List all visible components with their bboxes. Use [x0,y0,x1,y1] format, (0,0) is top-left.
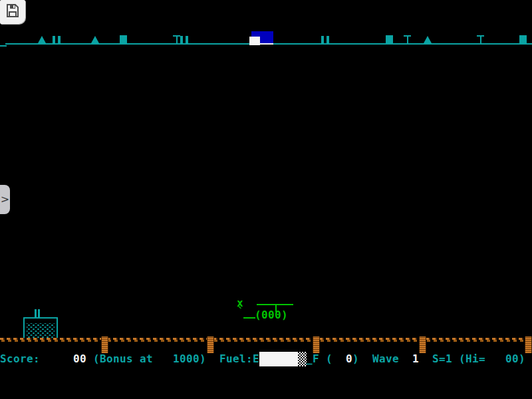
status-segment: Fuel:E [219,353,259,365]
terrain-block [120,35,127,44]
status-segment: Wave [372,353,399,365]
terrain-t-tower [173,35,180,44]
base-runway-strip [260,43,273,45]
ground-post [207,336,214,353]
status-segment: 1 [412,353,419,365]
status-segment: 00) [505,353,525,365]
status-segment: Score: [0,353,40,365]
terrain-twin-pillar [321,36,329,43]
status-segment: (Bonus at [93,353,153,365]
helicopter-body: (000) [255,310,288,321]
terrain-t-tower [477,35,484,44]
ground-post [313,336,320,353]
ground-post [101,336,108,353]
ground-post [525,336,532,353]
terrain-triangle [91,36,99,43]
status-segment: _F [306,353,319,365]
terrain-twin-pillar [53,36,61,43]
floppy-disk-icon [5,3,21,21]
status-segment: 1000) [173,353,206,365]
terrain-block [386,35,393,44]
sky-terrain-step [0,45,7,47]
terrain-triangle [424,36,432,43]
status-segment: ) [352,353,359,365]
side-panel-toggle[interactable]: > [0,185,10,214]
ground-post [419,336,426,353]
status-segment: 00 [73,353,86,365]
chevron-right-icon: > [1,194,9,205]
helicopter-tail-boom [243,317,255,319]
game-screen[interactable]: x ` (000) Score:00(Bonus at1000)Fuel:E_F… [0,0,532,399]
fuel-gauge-bar [259,352,298,366]
status-segment: ( [326,353,332,365]
terrain-triangle [38,36,46,43]
status-segment: 0 [346,353,352,365]
status-segment: (Hi= [459,353,485,365]
depot-fill-pattern [27,323,55,339]
helicopter-tail-hook: ` [237,307,244,317]
status-segment: S=1 [432,353,452,365]
terrain-twin-pillar [180,36,188,43]
save-state-button[interactable] [0,0,25,24]
terrain-block [519,35,527,44]
base-landing-pad [249,37,260,45]
ground-dashed-line-bottom [0,340,532,342]
terrain-t-tower [404,35,411,44]
